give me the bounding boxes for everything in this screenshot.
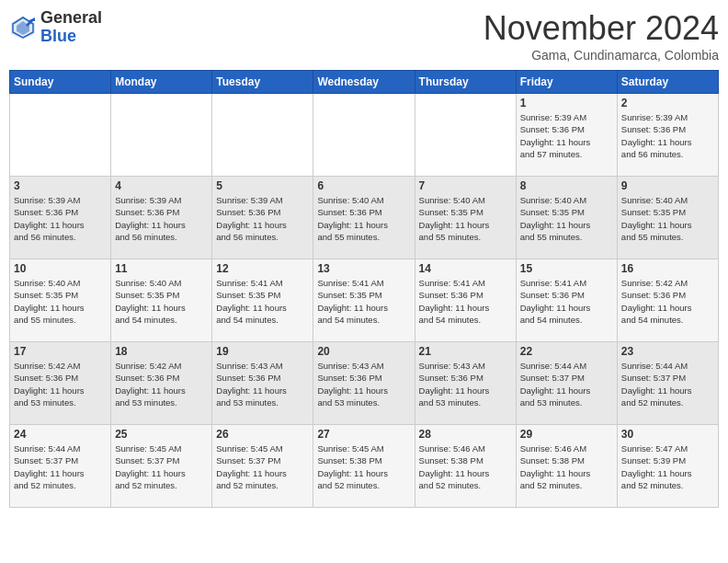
- calendar-cell: 15Sunrise: 5:41 AM Sunset: 5:36 PM Dayli…: [516, 259, 617, 342]
- day-number: 1: [520, 97, 613, 109]
- month-title: November 2024: [483, 9, 719, 48]
- day-info: Sunrise: 5:40 AM Sunset: 5:35 PM Dayligh…: [520, 194, 613, 243]
- day-info: Sunrise: 5:46 AM Sunset: 5:38 PM Dayligh…: [419, 442, 512, 491]
- day-info: Sunrise: 5:39 AM Sunset: 5:36 PM Dayligh…: [14, 194, 107, 243]
- day-info: Sunrise: 5:42 AM Sunset: 5:36 PM Dayligh…: [621, 277, 714, 326]
- day-number: 17: [14, 345, 107, 358]
- day-number: 19: [216, 345, 309, 358]
- day-number: 7: [419, 179, 512, 192]
- logo: General Blue: [9, 9, 102, 46]
- logo-icon: [9, 14, 37, 41]
- calendar-header: SundayMondayTuesdayWednesdayThursdayFrid…: [10, 71, 719, 94]
- day-number: 4: [115, 179, 208, 192]
- calendar-cell: 7Sunrise: 5:40 AM Sunset: 5:35 PM Daylig…: [415, 177, 516, 259]
- calendar-cell: 29Sunrise: 5:46 AM Sunset: 5:38 PM Dayli…: [516, 425, 617, 508]
- day-info: Sunrise: 5:44 AM Sunset: 5:37 PM Dayligh…: [14, 442, 107, 491]
- calendar-cell: 11Sunrise: 5:40 AM Sunset: 5:35 PM Dayli…: [111, 259, 212, 342]
- calendar-cell: 16Sunrise: 5:42 AM Sunset: 5:36 PM Dayli…: [617, 259, 718, 342]
- day-number: 24: [14, 428, 107, 441]
- day-number: 22: [520, 345, 613, 358]
- day-info: Sunrise: 5:44 AM Sunset: 5:37 PM Dayligh…: [621, 360, 714, 408]
- calendar-cell: 4Sunrise: 5:39 AM Sunset: 5:36 PM Daylig…: [111, 177, 212, 259]
- day-number: 5: [216, 179, 309, 192]
- calendar-cell: 1Sunrise: 5:39 AM Sunset: 5:36 PM Daylig…: [516, 94, 617, 177]
- calendar-cell: 5Sunrise: 5:39 AM Sunset: 5:36 PM Daylig…: [212, 177, 313, 259]
- title-block: November 2024 Gama, Cundinamarca, Colomb…: [483, 9, 719, 63]
- day-info: Sunrise: 5:39 AM Sunset: 5:36 PM Dayligh…: [115, 194, 208, 243]
- day-info: Sunrise: 5:41 AM Sunset: 5:35 PM Dayligh…: [216, 277, 309, 326]
- calendar-cell: 23Sunrise: 5:44 AM Sunset: 5:37 PM Dayli…: [617, 342, 718, 425]
- calendar-cell: [10, 94, 111, 177]
- day-info: Sunrise: 5:43 AM Sunset: 5:36 PM Dayligh…: [317, 360, 410, 408]
- calendar-cell: [415, 94, 516, 177]
- day-header-tuesday: Tuesday: [212, 71, 313, 94]
- calendar-cell: 24Sunrise: 5:44 AM Sunset: 5:37 PM Dayli…: [10, 425, 111, 508]
- day-info: Sunrise: 5:40 AM Sunset: 5:35 PM Dayligh…: [419, 194, 512, 243]
- day-number: 15: [520, 262, 613, 275]
- day-number: 30: [621, 428, 714, 441]
- day-number: 14: [419, 262, 512, 275]
- location: Gama, Cundinamarca, Colombia: [483, 48, 719, 63]
- calendar-week-1: 1Sunrise: 5:39 AM Sunset: 5:36 PM Daylig…: [10, 94, 719, 177]
- day-number: 21: [419, 345, 512, 358]
- day-number: 29: [520, 428, 613, 441]
- day-number: 23: [621, 345, 714, 358]
- day-info: Sunrise: 5:41 AM Sunset: 5:36 PM Dayligh…: [419, 277, 512, 326]
- day-info: Sunrise: 5:39 AM Sunset: 5:36 PM Dayligh…: [520, 111, 613, 160]
- calendar-week-2: 3Sunrise: 5:39 AM Sunset: 5:36 PM Daylig…: [10, 177, 719, 259]
- day-number: 27: [317, 428, 410, 441]
- calendar-cell: 2Sunrise: 5:39 AM Sunset: 5:36 PM Daylig…: [617, 94, 718, 177]
- day-info: Sunrise: 5:42 AM Sunset: 5:36 PM Dayligh…: [115, 360, 208, 408]
- calendar-week-4: 17Sunrise: 5:42 AM Sunset: 5:36 PM Dayli…: [10, 342, 719, 425]
- calendar-table: SundayMondayTuesdayWednesdayThursdayFrid…: [9, 70, 719, 508]
- day-header-friday: Friday: [516, 71, 617, 94]
- calendar-cell: 9Sunrise: 5:40 AM Sunset: 5:35 PM Daylig…: [617, 177, 718, 259]
- day-header-wednesday: Wednesday: [313, 71, 415, 94]
- header-row: SundayMondayTuesdayWednesdayThursdayFrid…: [10, 71, 719, 94]
- day-info: Sunrise: 5:39 AM Sunset: 5:36 PM Dayligh…: [216, 194, 309, 243]
- day-number: 20: [317, 345, 410, 358]
- day-info: Sunrise: 5:40 AM Sunset: 5:35 PM Dayligh…: [115, 277, 208, 326]
- day-number: 6: [317, 179, 410, 192]
- calendar-cell: 3Sunrise: 5:39 AM Sunset: 5:36 PM Daylig…: [10, 177, 111, 259]
- calendar-cell: [111, 94, 212, 177]
- calendar-cell: 26Sunrise: 5:45 AM Sunset: 5:37 PM Dayli…: [212, 425, 313, 508]
- day-info: Sunrise: 5:40 AM Sunset: 5:35 PM Dayligh…: [14, 277, 107, 326]
- day-info: Sunrise: 5:44 AM Sunset: 5:37 PM Dayligh…: [520, 360, 613, 408]
- day-number: 9: [621, 179, 714, 192]
- calendar-cell: 13Sunrise: 5:41 AM Sunset: 5:35 PM Dayli…: [313, 259, 415, 342]
- day-number: 13: [317, 262, 410, 275]
- day-number: 8: [520, 179, 613, 192]
- day-info: Sunrise: 5:40 AM Sunset: 5:36 PM Dayligh…: [317, 194, 410, 243]
- calendar-cell: 25Sunrise: 5:45 AM Sunset: 5:37 PM Dayli…: [111, 425, 212, 508]
- calendar-cell: 14Sunrise: 5:41 AM Sunset: 5:36 PM Dayli…: [415, 259, 516, 342]
- day-number: 18: [115, 345, 208, 358]
- calendar-cell: 20Sunrise: 5:43 AM Sunset: 5:36 PM Dayli…: [313, 342, 415, 425]
- day-number: 26: [216, 428, 309, 441]
- day-info: Sunrise: 5:47 AM Sunset: 5:39 PM Dayligh…: [621, 442, 714, 491]
- day-info: Sunrise: 5:40 AM Sunset: 5:35 PM Dayligh…: [621, 194, 714, 243]
- day-number: 3: [14, 179, 107, 192]
- day-info: Sunrise: 5:41 AM Sunset: 5:36 PM Dayligh…: [520, 277, 613, 326]
- day-info: Sunrise: 5:46 AM Sunset: 5:38 PM Dayligh…: [520, 442, 613, 491]
- day-info: Sunrise: 5:39 AM Sunset: 5:36 PM Dayligh…: [621, 111, 714, 160]
- day-number: 16: [621, 262, 714, 275]
- day-info: Sunrise: 5:43 AM Sunset: 5:36 PM Dayligh…: [216, 360, 309, 408]
- day-info: Sunrise: 5:41 AM Sunset: 5:35 PM Dayligh…: [317, 277, 410, 326]
- calendar-cell: [212, 94, 313, 177]
- calendar-cell: [313, 94, 415, 177]
- calendar-cell: 28Sunrise: 5:46 AM Sunset: 5:38 PM Dayli…: [415, 425, 516, 508]
- calendar-cell: 6Sunrise: 5:40 AM Sunset: 5:36 PM Daylig…: [313, 177, 415, 259]
- day-header-thursday: Thursday: [415, 71, 516, 94]
- day-number: 28: [419, 428, 512, 441]
- day-info: Sunrise: 5:45 AM Sunset: 5:38 PM Dayligh…: [317, 442, 410, 491]
- day-number: 11: [115, 262, 208, 275]
- calendar-cell: 17Sunrise: 5:42 AM Sunset: 5:36 PM Dayli…: [10, 342, 111, 425]
- calendar-week-5: 24Sunrise: 5:44 AM Sunset: 5:37 PM Dayli…: [10, 425, 719, 508]
- day-number: 25: [115, 428, 208, 441]
- calendar-cell: 27Sunrise: 5:45 AM Sunset: 5:38 PM Dayli…: [313, 425, 415, 508]
- calendar-cell: 21Sunrise: 5:43 AM Sunset: 5:36 PM Dayli…: [415, 342, 516, 425]
- calendar-cell: 10Sunrise: 5:40 AM Sunset: 5:35 PM Dayli…: [10, 259, 111, 342]
- day-number: 2: [621, 97, 714, 109]
- day-info: Sunrise: 5:42 AM Sunset: 5:36 PM Dayligh…: [14, 360, 107, 408]
